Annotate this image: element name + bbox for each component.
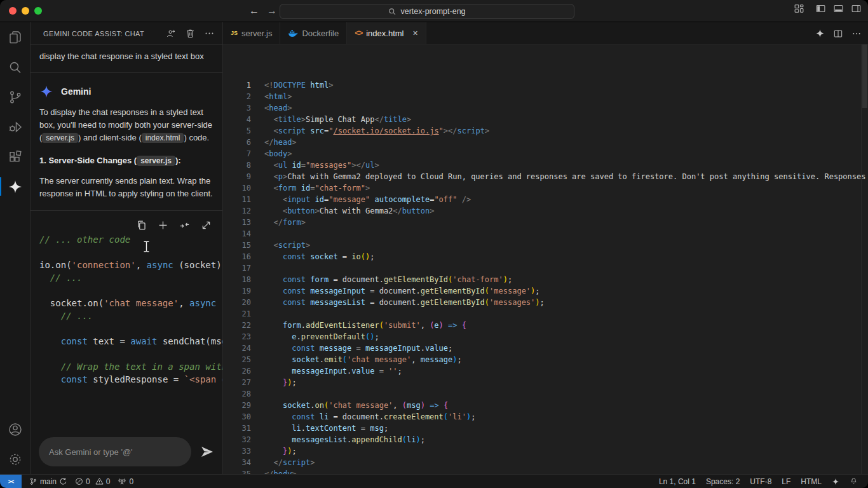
extensions-icon[interactable]	[0, 142, 30, 172]
sync-icon	[59, 477, 67, 485]
window-controls	[9, 7, 42, 15]
editor-code-line[interactable]: 7<body>	[223, 148, 868, 159]
chat-input-row: Ask Gemini or type '@'	[31, 432, 222, 474]
source-control-icon[interactable]	[0, 82, 30, 112]
copy-code-icon[interactable]	[135, 219, 147, 231]
close-tab-icon[interactable]: ×	[412, 29, 417, 37]
tab-server-js[interactable]: JS server.js	[223, 22, 280, 44]
command-center-search[interactable]: vertex-prompt-eng	[280, 4, 574, 19]
branch-indicator[interactable]: main	[25, 475, 71, 488]
editor-code-line[interactable]: 4 <title>Simple Chat App</title>	[223, 114, 868, 125]
editor-code-line[interactable]: 24 const message = messageInput.value;	[223, 342, 868, 354]
ports-count: 0	[129, 477, 133, 486]
editor-code-line[interactable]: 31 li.textContent = msg;	[223, 423, 868, 434]
editor-code-line[interactable]: 34 </script>	[223, 457, 868, 468]
toggle-panel-icon[interactable]	[833, 3, 844, 14]
chat-code-line: // ...	[39, 309, 222, 322]
encoding[interactable]: UTF-8	[745, 477, 776, 486]
tab-label: server.js	[241, 29, 272, 38]
editor-code-line[interactable]: 23 e.preventDefault();	[223, 331, 868, 342]
editor-code-line[interactable]: 11 <input id="message" autocomplete="off…	[223, 194, 868, 205]
assistant-header: Gemini	[39, 85, 214, 98]
editor-code-line[interactable]: 13 </form>	[223, 217, 868, 228]
editor-code-line[interactable]: 35</body>	[223, 468, 868, 474]
more-actions-icon[interactable]	[204, 28, 215, 39]
toggle-primary-sidebar-icon[interactable]	[815, 3, 826, 14]
gemini-prompt-input[interactable]: Ask Gemini or type '@'	[39, 437, 191, 466]
editor-code-line[interactable]: 14	[223, 228, 868, 240]
split-editor-icon[interactable]	[833, 29, 843, 39]
gemini-status-icon[interactable]	[827, 478, 844, 485]
editor-code-line[interactable]: 3<head>	[223, 102, 868, 114]
editor-code-line[interactable]: 17	[223, 262, 868, 274]
inline-code-chip: index.html	[142, 133, 184, 143]
eol-sequence[interactable]: LF	[776, 477, 796, 486]
editor-code-line[interactable]: 10 <form id="chat-form">	[223, 182, 868, 194]
clear-chat-trash-icon[interactable]	[185, 28, 196, 39]
share-conversation-icon[interactable]	[166, 28, 177, 39]
error-count: 0	[86, 477, 90, 486]
indentation[interactable]: Spaces: 2	[701, 477, 745, 486]
cursor-position[interactable]: Ln 1, Col 1	[654, 477, 701, 486]
tab-index-html[interactable]: <> index.html ×	[347, 22, 426, 44]
notifications-bell-icon[interactable]	[844, 477, 863, 485]
editor-code-line[interactable]: 15 <script>	[223, 240, 868, 251]
editor-code[interactable]: 1<!DOCTYPE html>2<html>3<head>4 <title>S…	[223, 44, 868, 474]
customize-layout-icon[interactable]	[794, 3, 804, 14]
close-window-button[interactable]	[9, 7, 17, 15]
editor-code-line[interactable]: 26 messageInput.value = '';	[223, 365, 868, 377]
gemini-logo-icon	[39, 85, 53, 98]
remote-indicator[interactable]: ><	[0, 475, 22, 488]
editor-code-line[interactable]: 32 messagesList.appendChild(li);	[223, 434, 868, 445]
explorer-icon[interactable]	[0, 22, 30, 52]
editor-code-line[interactable]: 27 });	[223, 377, 868, 388]
editor-scrollbar[interactable]	[861, 44, 868, 474]
nav-forward-icon[interactable]: →	[267, 3, 277, 18]
editor-code-line[interactable]: 18 const form = document.getElementById(…	[223, 274, 868, 285]
accounts-icon[interactable]	[0, 414, 30, 444]
editor-more-actions-icon[interactable]	[851, 29, 862, 39]
insert-at-cursor-icon[interactable]	[179, 219, 191, 231]
gemini-code-assist-icon[interactable]	[0, 172, 30, 201]
toggle-secondary-sidebar-icon[interactable]	[851, 3, 862, 14]
editor-code-line[interactable]: 29 socket.on('chat message', (msg) => {	[223, 400, 868, 411]
chat-code-line: // Wrap the text in a span with	[39, 360, 222, 373]
search-sidebar-icon[interactable]	[0, 52, 30, 82]
chat-code-line: io.on('connection', async (socket)	[39, 259, 222, 271]
gemini-editor-action-icon[interactable]	[815, 29, 825, 38]
editor-code-line[interactable]: 30 const li = document.createElement('li…	[223, 411, 868, 423]
editor-code-line[interactable]: 16 const socket = io();	[223, 251, 868, 262]
zoom-window-button[interactable]	[34, 7, 42, 15]
editor-code-line[interactable]: 22 form.addEventListener('submit', (e) =…	[223, 320, 868, 331]
ports-indicator[interactable]: 0	[114, 475, 137, 488]
editor-code-line[interactable]: 20 const messagesList = document.getElem…	[223, 297, 868, 308]
settings-gear-icon[interactable]	[0, 444, 30, 474]
editor-code-line[interactable]: 21	[223, 308, 868, 320]
editor-code-line[interactable]: 5 <script src="/socket.io/socket.io.js">…	[223, 125, 868, 137]
editor-code-line[interactable]: 6</head>	[223, 137, 868, 148]
editor-group: JS server.js Dockerfile <> index.html ×	[223, 22, 868, 474]
editor-code-line[interactable]: 9 <p>Chat with Gemma2 deployed to Cloud …	[223, 171, 868, 182]
chat-code-line: socket.on('chat message', async (	[39, 297, 222, 309]
editor-code-line[interactable]: 8 <ul id="messages"></ul>	[223, 159, 868, 171]
run-debug-icon[interactable]	[0, 112, 30, 142]
editor-code-line[interactable]: 12 <button>Chat with Gemma2</button>	[223, 205, 868, 217]
problems-indicator[interactable]: 0 0	[71, 475, 114, 488]
insert-code-plus-icon[interactable]	[157, 219, 169, 231]
panel-header: GEMINI CODE ASSIST: CHAT	[31, 22, 222, 44]
language-mode[interactable]: HTML	[796, 477, 827, 486]
tab-dockerfile[interactable]: Dockerfile	[280, 22, 347, 44]
expand-code-icon[interactable]	[200, 219, 212, 231]
editor-code-line[interactable]: 2<html>	[223, 91, 868, 102]
editor-code-line[interactable]: 25 socket.emit('chat message', message);	[223, 354, 868, 365]
assistant-paragraph: To display the chat responses in a style…	[39, 106, 214, 144]
editor-code-line[interactable]: 33 });	[223, 445, 868, 457]
tab-label: index.html	[366, 29, 403, 38]
editor-code-line[interactable]: 28	[223, 388, 868, 400]
chat-code-line	[39, 322, 222, 335]
send-prompt-icon[interactable]	[200, 444, 215, 459]
minimize-window-button[interactable]	[22, 7, 29, 15]
editor-code-line[interactable]: 1<!DOCTYPE html>	[223, 79, 868, 91]
nav-back-icon[interactable]: ←	[249, 3, 259, 18]
editor-code-line[interactable]: 19 const messageInput = document.getElem…	[223, 285, 868, 297]
